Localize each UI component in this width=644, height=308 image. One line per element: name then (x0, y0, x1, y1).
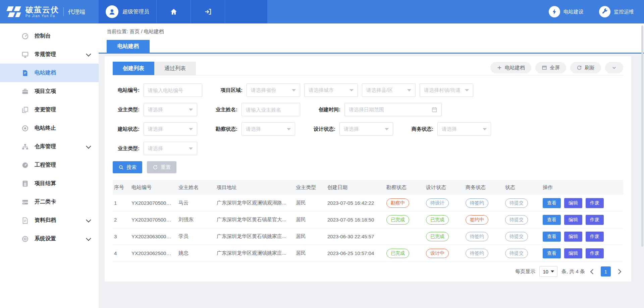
page-number-button[interactable]: 1 (601, 266, 611, 276)
user-menu[interactable]: 超级管理员 (99, 0, 157, 23)
void-button[interactable]: 作废 (586, 248, 604, 258)
toolbar-refresh-button[interactable]: 刷新 (570, 62, 601, 73)
created-range-date-input[interactable]: 请选择日期范围 (344, 103, 442, 116)
cell-survey-status (384, 228, 423, 245)
breadcrumb-separator: / (141, 28, 143, 34)
survey-status-select[interactable]: 请选择 (241, 122, 295, 136)
edit-button[interactable]: 编辑 (564, 215, 582, 225)
business-status-select[interactable]: 请选择 (437, 122, 491, 136)
sidebar-item-station-termination[interactable]: 电站终止 (0, 119, 99, 137)
edit-button[interactable]: 编辑 (564, 248, 582, 258)
column-header: 序号 (113, 180, 129, 195)
target-icon (21, 125, 29, 132)
column-header: 业主姓名 (176, 180, 214, 195)
sidebar-item-project-initiation[interactable]: 项目立项 (0, 82, 99, 101)
table-row: 2YX2023070500010刘强东广东深圳龙华区黄石镇星官大...居民202… (113, 211, 623, 228)
view-button[interactable]: 查看 (543, 215, 561, 225)
status-badge: 签约中 (466, 215, 488, 225)
cell-business-status: 待签约 (463, 228, 502, 245)
view-button[interactable]: 查看 (543, 198, 561, 208)
reset-button[interactable]: 重置 (147, 161, 176, 173)
created-range-placeholder: 请选择日期范围 (349, 107, 384, 113)
cell-owner: 马云 (176, 195, 214, 211)
column-header: 设计状态 (423, 180, 463, 195)
home-button[interactable] (157, 0, 191, 23)
prev-page-button[interactable] (590, 269, 596, 274)
filter-form: 电站编号:项目区域:请选择省份请选择城市请选择县/区请选择村镇/街道业主类型:请… (113, 75, 623, 155)
per-page-select[interactable]: 10 (539, 266, 557, 277)
sidebar-item-project-settlement[interactable]: 项目结算 (0, 174, 99, 193)
owner-name-input[interactable] (241, 103, 300, 116)
column-header: 项目地址 (214, 180, 293, 195)
void-button[interactable]: 作废 (586, 232, 604, 242)
void-button[interactable]: 作废 (586, 215, 604, 225)
tab-create-list[interactable]: 创建列表 (113, 62, 154, 75)
toolbar-collapse-button[interactable] (605, 62, 623, 73)
status-badge: 设计中 (426, 249, 449, 258)
sidebar-item-console[interactable]: 控制台 (0, 27, 99, 45)
archive-icon (21, 217, 29, 224)
toolbar-fullscreen-button[interactable]: 全屏 (535, 62, 566, 73)
view-button[interactable]: 查看 (543, 248, 561, 258)
city-select[interactable]: 请选择城市 (304, 83, 358, 97)
refresh-icon (577, 65, 582, 70)
search-button[interactable]: 搜索 (113, 161, 142, 173)
topnav-station-build[interactable]: 电站建设 (549, 6, 584, 17)
sidebar-item-change-management[interactable]: 变更管理 (0, 101, 99, 119)
status-badge: 已完成 (426, 215, 449, 225)
topbar: 破茧云伏 Po Jian Yun Fu 代理端 超级管理员 电站建设监控运维 (0, 0, 644, 23)
dashboard-icon (21, 33, 29, 40)
edit-button[interactable]: 编辑 (564, 198, 582, 208)
cell-seq: 4 (113, 245, 129, 262)
cell-owner: 姚忠 (176, 245, 214, 262)
sidebar-item-engineering-management[interactable]: 工程管理 (0, 156, 99, 174)
reset-icon (153, 165, 158, 170)
topnav-monitor-ops[interactable]: 监控运维 (599, 6, 634, 17)
filter-group: 设计状态:请选择 (309, 122, 393, 136)
sidebar-item-general-management[interactable]: 常规管理 (0, 45, 99, 64)
view-button[interactable]: 查看 (543, 232, 561, 242)
owner-type-placeholder: 请选择 (148, 107, 163, 113)
station-code-label: 电站编号: (113, 87, 140, 94)
station-table: 序号电站编号业主姓名项目地址业主类型创建日期勘察状态设计状态商务状态状态操作 1… (113, 180, 623, 262)
county-select[interactable]: 请选择县/区 (362, 83, 416, 97)
sidebar-item-second-type-card[interactable]: 开二类卡 (0, 193, 99, 211)
station-code-input[interactable] (144, 83, 202, 97)
sidebar-item-warehouse-management[interactable]: 仓库管理 (0, 137, 99, 156)
breadcrumb-current: 电站建档 (144, 28, 164, 34)
table-header-row: 序号电站编号业主姓名项目地址业主类型创建日期勘察状态设计状态商务状态状态操作 (113, 180, 623, 195)
province-select[interactable]: 请选择省份 (247, 83, 300, 97)
build-status-select[interactable]: 请选择 (144, 122, 197, 136)
village-select[interactable]: 请选择村镇/街道 (420, 83, 473, 97)
sidebar-item-label: 常规管理 (35, 51, 56, 58)
sidebar-item-station-archive[interactable]: 电站建档 (0, 64, 99, 82)
owner-type-2-label: 业主类型: (113, 145, 140, 152)
page-scrollbar[interactable] (641, 25, 643, 247)
document-icon (21, 69, 29, 77)
void-button[interactable]: 作废 (586, 198, 604, 208)
column-header: 业主类型 (293, 180, 325, 195)
business-status-label: 商务状态: (407, 126, 433, 132)
design-status-select[interactable]: 请选择 (339, 122, 393, 136)
owner-type-select[interactable]: 请选择 (144, 103, 197, 116)
cell-owner: 刘强东 (176, 211, 214, 228)
status-badge: 待提交 (505, 249, 528, 258)
column-header: 操作 (540, 180, 623, 195)
sidebar-item-system-settings[interactable]: 系统设置 (0, 230, 99, 248)
tab-passed-list[interactable]: 通过列表 (154, 62, 196, 75)
filter-group: 业主类型:请选择 (113, 103, 197, 116)
toolbar-create-station-button[interactable]: 电站建档 (490, 62, 531, 73)
logout-button[interactable] (191, 0, 225, 23)
breadcrumb-home-link[interactable]: 首页 (129, 28, 140, 34)
select-caret-icon (189, 109, 193, 111)
sidebar-item-data-archive[interactable]: 资料归档 (0, 211, 99, 230)
page-tab[interactable]: 电站建档 (107, 40, 150, 53)
next-page-button[interactable] (616, 269, 622, 274)
owner-type-2-select[interactable]: 请选择 (144, 142, 197, 155)
topnav-monitor-ops-label: 监控运维 (614, 9, 634, 15)
filter-group: 业主姓名: (211, 103, 300, 116)
calculator-icon (21, 180, 29, 187)
edit-button[interactable]: 编辑 (564, 232, 582, 242)
cell-design-status: 已完成 (423, 228, 463, 245)
toolbar-refresh-label: 刷新 (585, 65, 595, 71)
